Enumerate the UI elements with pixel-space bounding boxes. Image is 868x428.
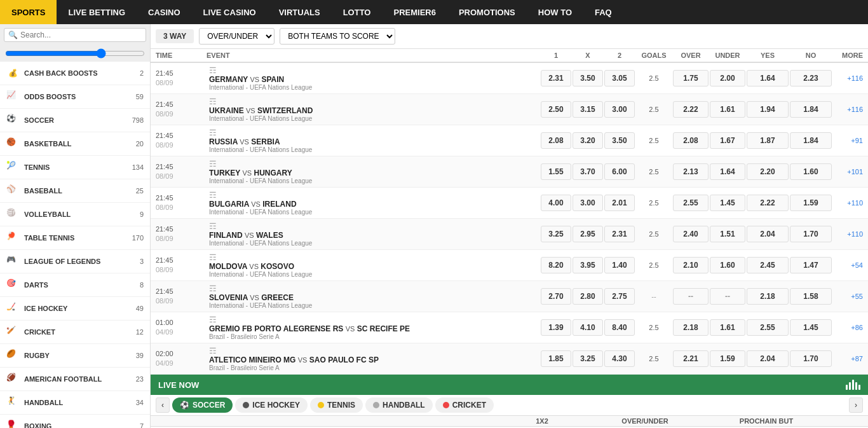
sidebar-item-lol[interactable]: 🎮 LEAGUE OF LEGENDS 3 bbox=[0, 250, 150, 273]
nav-item-promotions[interactable]: PROMOTIONS bbox=[447, 0, 527, 24]
odds-2-btn[interactable]: 2.75 bbox=[604, 288, 635, 305]
stats-icon[interactable]: ☶ bbox=[209, 346, 217, 356]
yes-btn[interactable]: 2.04 bbox=[747, 350, 789, 367]
odds-1-btn[interactable]: 8.20 bbox=[541, 257, 571, 273]
odds-x-btn[interactable]: 3.20 bbox=[573, 132, 603, 149]
odds-1-btn[interactable]: 2.70 bbox=[541, 288, 571, 305]
sidebar-item-cricket[interactable]: 🏏 CRICKET 12 bbox=[0, 321, 150, 344]
more-link[interactable]: +91 bbox=[832, 137, 863, 144]
odds-x-btn[interactable]: 3.70 bbox=[573, 163, 603, 180]
sidebar-item-darts[interactable]: 🎯 DARTS 8 bbox=[0, 273, 150, 297]
live-tab-cricket[interactable]: CRICKET bbox=[435, 397, 494, 413]
nav-item-lotto[interactable]: LOTTO bbox=[332, 0, 383, 24]
odds-1-btn[interactable]: 4.00 bbox=[541, 195, 571, 211]
no-btn[interactable]: 1.84 bbox=[790, 101, 832, 118]
no-btn[interactable]: 1.45 bbox=[790, 319, 832, 336]
over-btn[interactable]: 2.10 bbox=[673, 257, 709, 273]
live-tab-soccer[interactable]: ⚽ SOCCER bbox=[172, 397, 233, 413]
under-btn[interactable]: 2.00 bbox=[710, 70, 745, 86]
sidebar-item-handball[interactable]: 🤾 HANDBALL 34 bbox=[0, 391, 150, 415]
odds-2-btn[interactable]: 8.40 bbox=[604, 319, 635, 336]
sidebar-item-cashback[interactable]: 💰 CASH BACK BOOSTS 2 bbox=[0, 62, 150, 85]
yes-btn[interactable]: 1.94 bbox=[747, 101, 789, 118]
odds-1-btn[interactable]: 2.31 bbox=[541, 70, 571, 86]
sidebar-item-basketball[interactable]: 🏀 BASKETBALL 20 bbox=[0, 132, 150, 156]
sidebar-item-table-tennis[interactable]: 🏓 TABLE TENNIS 170 bbox=[0, 226, 150, 250]
odds-2-btn[interactable]: 1.40 bbox=[604, 257, 635, 273]
odds-x-btn[interactable]: 3.25 bbox=[573, 350, 603, 367]
nav-item-live-casino[interactable]: LIVE CASINO bbox=[192, 0, 268, 24]
odds-2-btn[interactable]: 3.50 bbox=[604, 132, 635, 149]
nav-item-live-betting[interactable]: LIVE BETTING bbox=[57, 0, 137, 24]
no-btn[interactable]: 1.70 bbox=[790, 350, 832, 367]
odds-2-btn[interactable]: 2.31 bbox=[604, 226, 635, 242]
stats-icon[interactable]: ☶ bbox=[209, 221, 217, 231]
sidebar-item-volleyball[interactable]: 🏐 VOLLEYBALL 9 bbox=[0, 203, 150, 226]
more-link[interactable]: +110 bbox=[832, 230, 863, 238]
over-btn[interactable]: 1.75 bbox=[673, 70, 709, 86]
yes-btn[interactable]: 2.04 bbox=[747, 226, 789, 242]
no-btn[interactable]: 1.58 bbox=[790, 288, 832, 305]
live-prev-button[interactable]: ‹ bbox=[156, 397, 170, 413]
yes-btn[interactable]: 2.20 bbox=[747, 163, 789, 180]
no-btn[interactable]: 2.23 bbox=[790, 70, 832, 86]
over-btn[interactable]: 2.40 bbox=[673, 226, 709, 242]
no-btn[interactable]: 1.70 bbox=[790, 226, 832, 242]
nav-item-faq[interactable]: FAQ bbox=[583, 0, 623, 24]
yes-btn[interactable]: 2.22 bbox=[747, 195, 789, 211]
sidebar-item-ice-hockey[interactable]: 🏒 ICE HOCKEY 49 bbox=[0, 297, 150, 321]
over-btn[interactable]: 2.21 bbox=[673, 350, 709, 367]
odds-2-btn[interactable]: 3.00 bbox=[604, 101, 635, 118]
stats-icon[interactable]: ☶ bbox=[209, 190, 217, 200]
over-btn[interactable]: 2.18 bbox=[673, 319, 709, 336]
more-link[interactable]: +87 bbox=[832, 355, 863, 362]
under-btn[interactable]: 1.67 bbox=[710, 132, 745, 149]
no-btn[interactable]: 1.60 bbox=[790, 163, 832, 180]
under-btn[interactable]: 1.61 bbox=[710, 319, 745, 336]
odds-x-btn[interactable]: 3.50 bbox=[573, 70, 603, 86]
nav-item-virtuals[interactable]: VIRTUALS bbox=[268, 0, 332, 24]
odds-1-btn[interactable]: 3.25 bbox=[541, 226, 571, 242]
sidebar-item-tennis[interactable]: 🎾 TENNIS 134 bbox=[0, 156, 150, 179]
more-link[interactable]: +116 bbox=[832, 106, 863, 113]
sidebar-item-boxing[interactable]: 🥊 BOXING 7 bbox=[0, 415, 150, 428]
live-tab-handball[interactable]: HANDBALL bbox=[365, 397, 433, 413]
odds-x-btn[interactable]: 3.95 bbox=[573, 257, 603, 273]
under-btn[interactable]: 1.60 bbox=[710, 257, 745, 273]
odds-1-btn[interactable]: 1.85 bbox=[541, 350, 571, 367]
stats-icon[interactable]: ☶ bbox=[209, 128, 217, 137]
yes-btn[interactable]: 2.55 bbox=[747, 319, 789, 336]
sidebar-item-rugby[interactable]: 🏉 RUGBY 39 bbox=[0, 344, 150, 368]
live-tab-ice-hockey[interactable]: ICE HOCKEY bbox=[235, 397, 308, 413]
live-next-button[interactable]: › bbox=[849, 397, 863, 413]
odds-2-btn[interactable]: 3.05 bbox=[604, 70, 635, 86]
under-btn[interactable]: 1.61 bbox=[710, 101, 745, 118]
nav-item-howto[interactable]: HOW TO bbox=[527, 0, 583, 24]
more-link[interactable]: +116 bbox=[832, 74, 863, 82]
sidebar-slider[interactable] bbox=[5, 48, 145, 59]
odds-1-btn[interactable]: 1.55 bbox=[541, 163, 571, 180]
stats-icon[interactable]: ☶ bbox=[209, 315, 217, 324]
more-link[interactable]: +55 bbox=[832, 293, 863, 300]
more-link[interactable]: +110 bbox=[832, 199, 863, 207]
odds-x-btn[interactable]: 3.00 bbox=[573, 195, 603, 211]
odds-1-btn[interactable]: 2.50 bbox=[541, 101, 571, 118]
over-btn[interactable]: 2.13 bbox=[673, 163, 709, 180]
odds-2-btn[interactable]: 2.01 bbox=[604, 195, 635, 211]
odds-x-btn[interactable]: 4.10 bbox=[573, 319, 603, 336]
yes-btn[interactable]: 1.87 bbox=[747, 132, 789, 149]
nav-item-sports[interactable]: SPORTS bbox=[0, 0, 57, 24]
under-btn[interactable]: 1.64 bbox=[710, 163, 745, 180]
odds-2-btn[interactable]: 6.00 bbox=[604, 163, 635, 180]
no-btn[interactable]: 1.84 bbox=[790, 132, 832, 149]
sidebar-item-soccer[interactable]: ⚽ SOCCER 798 bbox=[0, 109, 150, 132]
sidebar-search-input[interactable] bbox=[20, 31, 142, 39]
stats-icon[interactable]: ☶ bbox=[209, 159, 217, 169]
odds-x-btn[interactable]: 3.15 bbox=[573, 101, 603, 118]
stats-icon[interactable]: ☶ bbox=[209, 97, 217, 106]
stats-icon[interactable]: ☶ bbox=[209, 66, 217, 75]
more-link[interactable]: +54 bbox=[832, 261, 863, 269]
no-btn[interactable]: 1.59 bbox=[790, 195, 832, 211]
odds-x-btn[interactable]: 2.95 bbox=[573, 226, 603, 242]
over-under-select[interactable]: OVER/UNDER bbox=[199, 28, 275, 45]
